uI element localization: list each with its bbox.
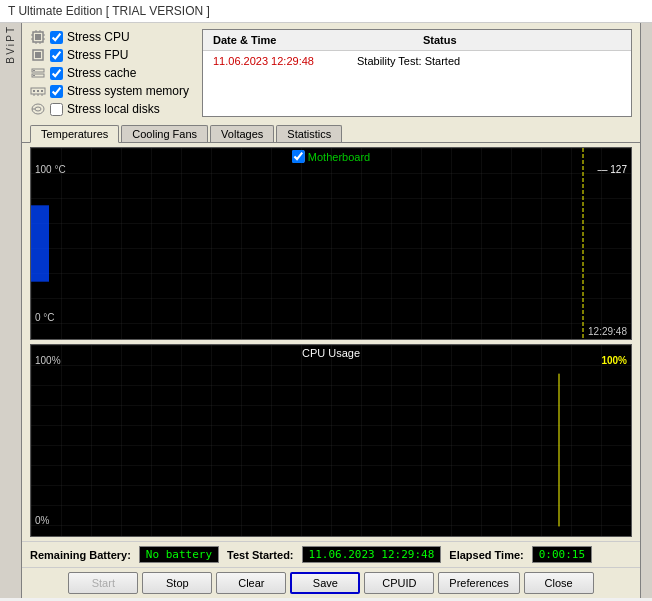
tab-statistics[interactable]: Statistics bbox=[276, 125, 342, 142]
motherboard-checkbox[interactable] bbox=[292, 150, 305, 163]
clear-button[interactable]: Clear bbox=[216, 572, 286, 594]
fpu-icon bbox=[30, 47, 46, 63]
svg-rect-15 bbox=[33, 75, 35, 76]
motherboard-chart-label: Motherboard bbox=[292, 150, 370, 163]
stress-cpu-label: Stress CPU bbox=[67, 30, 130, 44]
stress-disk-checkbox[interactable] bbox=[50, 103, 63, 116]
memory-icon bbox=[30, 83, 46, 99]
stress-cache-label: Stress cache bbox=[67, 66, 136, 80]
sidebar-letter: T bbox=[3, 27, 18, 33]
left-sidebar: T P i V B bbox=[0, 23, 22, 598]
remaining-battery-value: No battery bbox=[139, 546, 219, 563]
app-title: T Ultimate Edition [ TRIAL VERSION ] bbox=[8, 4, 210, 18]
stress-cpu-checkbox[interactable] bbox=[50, 31, 63, 44]
stress-memory-checkbox[interactable] bbox=[50, 85, 63, 98]
cpu-grid bbox=[31, 345, 631, 536]
motherboard-label: Motherboard bbox=[308, 151, 370, 163]
button-bar: Start Stop Clear Save CPUID Preferences … bbox=[22, 567, 640, 598]
cache-icon bbox=[30, 65, 46, 81]
status-panel: Date & Time Status 11.06.2023 12:29:48 S… bbox=[202, 29, 632, 117]
checkbox-stress-fpu[interactable]: Stress FPU bbox=[30, 47, 194, 63]
motherboard-grid bbox=[31, 148, 631, 339]
stress-cache-checkbox[interactable] bbox=[50, 67, 63, 80]
save-button[interactable]: Save bbox=[290, 572, 360, 594]
bottom-info-bar: Remaining Battery: No battery Test Start… bbox=[22, 541, 640, 567]
tab-voltages[interactable]: Voltages bbox=[210, 125, 274, 142]
stress-fpu-checkbox[interactable] bbox=[50, 49, 63, 62]
start-button[interactable]: Start bbox=[68, 572, 138, 594]
sidebar-letter2: P bbox=[3, 35, 18, 42]
checkboxes-panel: Stress CPU Stress FPU bbox=[30, 29, 194, 117]
stress-disk-label: Stress local disks bbox=[67, 102, 160, 116]
svg-rect-19 bbox=[41, 90, 43, 92]
svg-rect-11 bbox=[35, 52, 41, 58]
disk-icon bbox=[30, 101, 46, 117]
checkbox-stress-memory[interactable]: Stress system memory bbox=[30, 83, 194, 99]
test-started-value: 11.06.2023 12:29:48 bbox=[302, 546, 442, 563]
svg-rect-1 bbox=[35, 34, 41, 40]
cpu-icon bbox=[30, 29, 46, 45]
remaining-battery-label: Remaining Battery: bbox=[30, 549, 131, 561]
status-col2-header: Status bbox=[417, 32, 627, 48]
cpu-usage-title: CPU Usage bbox=[302, 347, 360, 359]
cpuid-button[interactable]: CPUID bbox=[364, 572, 434, 594]
stress-memory-label: Stress system memory bbox=[67, 84, 189, 98]
charts-area: Motherboard — 127 100 °C 0 °C 12:29:48 bbox=[22, 143, 640, 541]
test-started-label: Test Started: bbox=[227, 549, 293, 561]
sidebar-letter3: i bbox=[3, 44, 18, 46]
sidebar-letter4: V bbox=[3, 48, 18, 55]
elapsed-time-value: 0:00:15 bbox=[532, 546, 592, 563]
checkbox-stress-cpu[interactable]: Stress CPU bbox=[30, 29, 194, 45]
sidebar-letter5: B bbox=[3, 57, 18, 64]
stop-button[interactable]: Stop bbox=[142, 572, 212, 594]
svg-rect-14 bbox=[33, 70, 35, 71]
elapsed-time-label: Elapsed Time: bbox=[449, 549, 523, 561]
svg-rect-18 bbox=[37, 90, 39, 92]
checkbox-stress-disk[interactable]: Stress local disks bbox=[30, 101, 194, 117]
status-date: 11.06.2023 12:29:48 bbox=[207, 53, 351, 69]
right-scrollbar[interactable] bbox=[640, 23, 652, 598]
tab-cooling-fans[interactable]: Cooling Fans bbox=[121, 125, 208, 142]
title-bar: T Ultimate Edition [ TRIAL VERSION ] bbox=[0, 0, 652, 23]
tabs-bar: Temperatures Cooling Fans Voltages Stati… bbox=[22, 123, 640, 143]
svg-rect-17 bbox=[33, 90, 35, 92]
stress-fpu-label: Stress FPU bbox=[67, 48, 128, 62]
svg-rect-26 bbox=[31, 148, 631, 339]
tab-temperatures[interactable]: Temperatures bbox=[30, 125, 119, 143]
preferences-button[interactable]: Preferences bbox=[438, 572, 519, 594]
svg-rect-29 bbox=[31, 345, 631, 536]
svg-rect-28 bbox=[31, 205, 49, 281]
checkbox-stress-cache[interactable]: Stress cache bbox=[30, 65, 194, 81]
status-value: Stability Test: Started bbox=[351, 53, 627, 69]
status-col1-header: Date & Time bbox=[207, 32, 417, 48]
svg-point-24 bbox=[35, 107, 41, 111]
cpu-usage-chart: CPU Usage 100% 0% 100% bbox=[30, 344, 632, 537]
motherboard-chart: Motherboard — 127 100 °C 0 °C 12:29:48 bbox=[30, 147, 632, 340]
close-button[interactable]: Close bbox=[524, 572, 594, 594]
